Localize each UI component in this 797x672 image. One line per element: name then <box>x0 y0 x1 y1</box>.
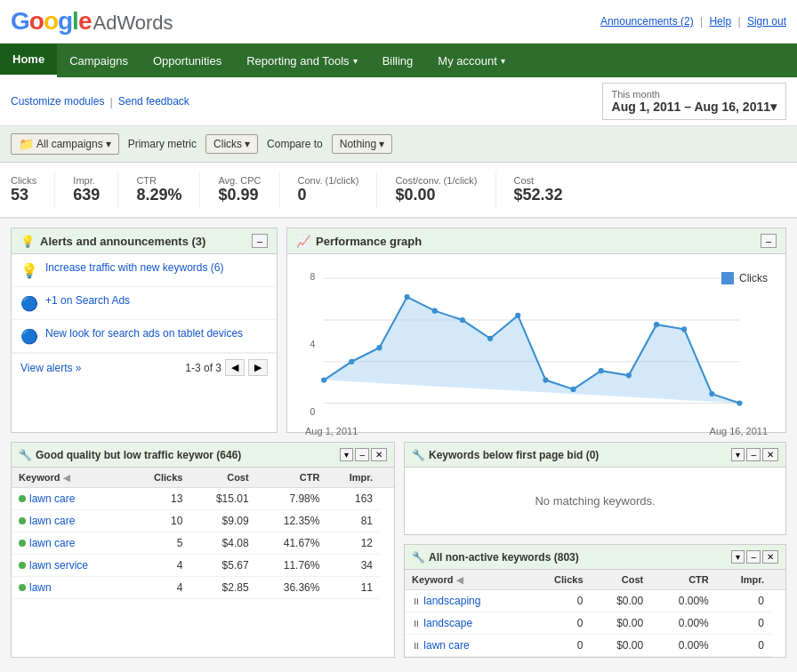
customize-modules-link[interactable]: Customize modules <box>11 95 104 108</box>
primary-metric-filter[interactable]: Clicks ▾ <box>205 134 258 154</box>
svg-point-22 <box>709 391 714 396</box>
alert-item-2: 🔵 +1 on Search Ads <box>12 287 277 320</box>
svg-text:0: 0 <box>310 407 316 417</box>
wrench-icon-na: 🔧 <box>412 551 425 564</box>
main-content: 💡 Alerts and announcements (3) – 💡 Incre… <box>0 219 797 667</box>
na-keyword-link[interactable]: landscaping <box>423 595 480 607</box>
header: Google AdWords Announcements (2) | Help … <box>0 0 797 44</box>
campaigns-filter-label: All campaigns <box>36 138 103 150</box>
table-row: ⏸ landscape 0 $0.00 0.00% 0 <box>405 612 785 635</box>
performance-minimize-btn[interactable]: – <box>761 234 777 248</box>
bulb-icon-alert1: 💡 <box>20 262 38 279</box>
kb-close-btn[interactable]: ✕ <box>762 448 778 461</box>
na-header-row: Keyword ◀ Clicks Cost CTR Impr. <box>405 570 785 590</box>
svg-point-15 <box>515 313 520 318</box>
nav-reporting[interactable]: Reporting and Tools ▾ <box>234 44 369 77</box>
nav-billing[interactable]: Billing <box>370 44 426 77</box>
alerts-pagination: 1-3 of 3 ◀ ▶ <box>185 359 268 376</box>
performance-controls: – <box>761 234 777 248</box>
kb-dropdown-btn[interactable]: ▾ <box>731 448 745 461</box>
keywords-below-controls: ▾ – ✕ <box>731 448 778 461</box>
keyword-link[interactable]: lawn care <box>29 515 75 527</box>
nav-myaccount[interactable]: My account ▾ <box>425 44 517 77</box>
svg-point-19 <box>626 372 632 378</box>
col-keyword: Keyword ◀ <box>12 468 129 488</box>
alerts-panel: 💡 Alerts and announcements (3) – 💡 Incre… <box>11 228 278 433</box>
stat-clicks: Clicks 53 <box>11 172 55 208</box>
performance-chart: 8 4 0 <box>296 263 777 423</box>
gq-dropdown-btn[interactable]: ▾ <box>340 448 353 461</box>
na-keyword-link[interactable]: lawn care <box>423 639 469 652</box>
top-row: 💡 Alerts and announcements (3) – 💡 Incre… <box>11 228 786 433</box>
keywords-below-header: 🔧 Keywords below first page bid (0) ▾ – … <box>405 443 785 468</box>
keyword-link[interactable]: lawn service <box>29 559 88 572</box>
stat-avgcpc: Avg. CPC $0.99 <box>218 172 279 208</box>
legend-label: Clicks <box>739 272 768 284</box>
wrench-icon-gq: 🔧 <box>19 449 32 461</box>
keyword-link[interactable]: lawn care <box>29 492 75 505</box>
gq-close-btn[interactable]: ✕ <box>371 448 387 461</box>
send-feedback-link[interactable]: Send feedback <box>118 95 189 108</box>
non-active-title: 🔧 All non-active keywords (803) <box>412 551 579 564</box>
svg-point-10 <box>376 345 382 350</box>
keywords-below-panel: 🔧 Keywords below first page bid (0) ▾ – … <box>404 442 786 535</box>
svg-point-16 <box>543 377 548 382</box>
logo-adwords: AdWords <box>93 12 173 35</box>
help-link[interactable]: Help <box>709 15 731 28</box>
good-quality-controls: ▾ – ✕ <box>340 448 387 461</box>
keyword-link[interactable]: lawn <box>29 581 52 594</box>
keyword-link[interactable]: lawn care <box>29 537 75 549</box>
non-active-panel: 🔧 All non-active keywords (803) ▾ – ✕ <box>404 544 786 658</box>
non-active-header: 🔧 All non-active keywords (803) ▾ – ✕ <box>405 545 785 570</box>
gq-minimize-btn[interactable]: – <box>355 448 369 461</box>
alerts-minimize-btn[interactable]: – <box>252 234 268 248</box>
pause-icon: ⏸ <box>412 619 421 628</box>
alerts-title: 💡 Alerts and announcements (3) <box>20 235 205 248</box>
announcements-link[interactable]: Announcements (2) <box>600 15 694 28</box>
alerts-next-btn[interactable]: ▶ <box>248 359 268 376</box>
bulb-icon: 💡 <box>20 235 35 248</box>
svg-point-8 <box>321 377 326 382</box>
compare-label: Compare to <box>267 138 323 150</box>
right-panels: 🔧 Keywords below first page bid (0) ▾ – … <box>404 442 786 658</box>
kb-minimize-btn[interactable]: – <box>746 448 761 461</box>
view-alerts-link[interactable]: View alerts » <box>20 362 81 374</box>
nav-home[interactable]: Home <box>0 44 57 77</box>
info-icon-alert2: 🔵 <box>20 295 38 312</box>
primary-metric-label: Primary metric <box>128 138 197 150</box>
compare-filter[interactable]: Nothing ▾ <box>332 134 392 154</box>
col-clicks: Clicks <box>129 468 189 488</box>
svg-point-9 <box>349 359 354 364</box>
svg-point-21 <box>681 326 687 332</box>
alert-item-3: 🔵 New look for search ads on tablet devi… <box>12 320 277 353</box>
stat-cost: Cost $52.32 <box>514 172 581 208</box>
table-row: lawn service 4 $5.67 11.76% 34 <box>12 555 394 577</box>
nav-campaigns[interactable]: Campaigns <box>57 44 141 77</box>
alerts-prev-btn[interactable]: ◀ <box>225 359 245 376</box>
alert-link-3[interactable]: New look for search ads on tablet device… <box>45 327 243 340</box>
na-close-btn[interactable]: ✕ <box>762 550 778 564</box>
na-dropdown-btn[interactable]: ▾ <box>731 550 745 564</box>
table-row: lawn 4 $2.85 36.36% 11 <box>12 577 394 599</box>
alerts-footer: View alerts » 1-3 of 3 ◀ ▶ <box>12 353 277 381</box>
svg-point-14 <box>487 336 493 341</box>
na-col-scroll <box>771 570 785 590</box>
keywords-below-title: 🔧 Keywords below first page bid (0) <box>412 449 599 461</box>
table-header-row: Keyword ◀ Clicks Cost CTR Impr. <box>12 468 394 488</box>
nav-opportunities[interactable]: Opportunities <box>141 44 234 77</box>
date-selector[interactable]: This month Aug 1, 2011 – Aug 16, 2011 ▾ <box>602 83 786 120</box>
status-dot-green <box>19 584 26 591</box>
na-col-clicks: Clicks <box>527 570 590 590</box>
campaigns-filter[interactable]: 📁 All campaigns ▾ <box>11 133 119 155</box>
na-keyword-link[interactable]: landscape <box>423 617 472 629</box>
na-col-keyword: Keyword ◀ <box>405 570 527 590</box>
svg-text:8: 8 <box>310 272 316 282</box>
na-minimize-btn[interactable]: – <box>746 550 761 564</box>
alerts-controls: – <box>252 234 268 248</box>
alert-link-1[interactable]: Increase traffic with new keywords (6) <box>45 261 224 274</box>
status-dot-green <box>19 495 26 502</box>
alert-link-2[interactable]: +1 on Search Ads <box>45 294 130 307</box>
stat-conv: Conv. (1/click) 0 <box>298 172 378 208</box>
logo: Google AdWords <box>11 7 173 36</box>
signout-link[interactable]: Sign out <box>747 15 786 28</box>
